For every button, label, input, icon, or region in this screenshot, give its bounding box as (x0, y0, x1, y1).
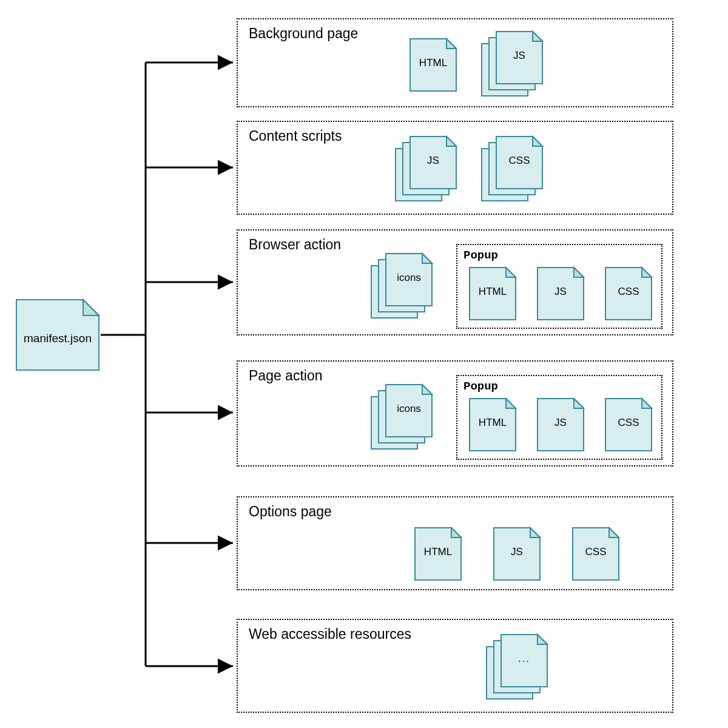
file-css-icon: CSS (604, 397, 653, 452)
file-stack-resources-icon: ... (485, 633, 549, 700)
popup-title: Popup (463, 249, 498, 262)
popup-box: Popup HTML JS CSS (456, 244, 662, 329)
file-stack-js-icon: JS (480, 30, 544, 97)
file-js-icon: JS (493, 527, 541, 581)
box-web-accessible-resources: Web accessible resources ... (237, 619, 673, 713)
box-title: Content scripts (249, 128, 342, 144)
box-content-scripts: Content scripts JS CSS (237, 121, 673, 215)
file-html-icon: HTML (468, 266, 517, 321)
file-html-icon: HTML (414, 527, 462, 581)
box-page-action: Page action icons Popup HTML JS CSS (237, 360, 673, 467)
box-browser-action: Browser action icons Popup HTML JS CSS (237, 229, 673, 335)
file-stack-css-icon: CSS (480, 135, 544, 202)
box-title: Background page (249, 25, 358, 42)
box-options-page: Options page HTML JS CSS (237, 496, 673, 590)
file-stack-icons-icon: icons (370, 383, 434, 450)
box-title: Page action (249, 368, 322, 384)
file-js-icon: JS (536, 266, 585, 321)
file-css-icon: CSS (571, 527, 620, 581)
box-title: Options page (249, 504, 332, 520)
popup-box: Popup HTML JS CSS (456, 375, 662, 460)
box-title: Browser action (249, 237, 341, 253)
file-stack-icons-icon: icons (370, 252, 434, 319)
popup-title: Popup (463, 380, 498, 393)
file-html-icon: HTML (409, 38, 457, 92)
file-css-icon: CSS (604, 266, 653, 321)
file-js-icon: JS (536, 397, 585, 452)
box-background-page: Background page HTML JS (237, 18, 673, 107)
box-title: Web accessible resources (249, 626, 411, 642)
diagram-canvas: manifest.json Background page HTML (0, 0, 728, 728)
file-stack-js-icon: JS (394, 135, 458, 202)
file-html-icon: HTML (468, 397, 517, 452)
